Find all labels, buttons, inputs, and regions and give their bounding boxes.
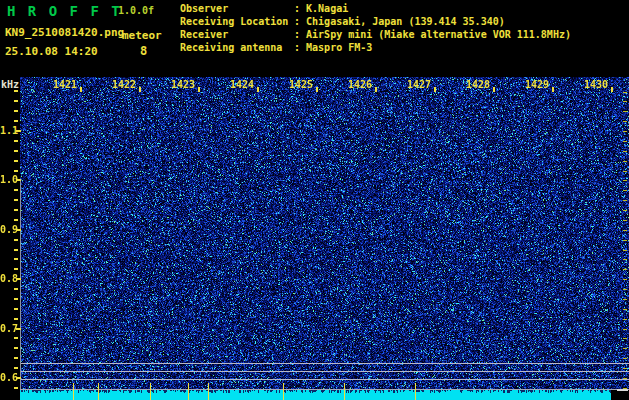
observer-info-block: Observer: K.NagaiReceiving Location: Chi… bbox=[180, 2, 571, 54]
time-tick-label: 1421 bbox=[53, 79, 77, 90]
freq-major-tick bbox=[16, 130, 21, 132]
info-value: AirSpy mini (Miake alternative VOR 111.8… bbox=[306, 29, 571, 40]
info-value: K.Nagai bbox=[306, 3, 348, 14]
info-row: Observer: K.Nagai bbox=[180, 2, 571, 15]
freq-minor-tick bbox=[14, 288, 18, 290]
time-tick-label: 1422 bbox=[112, 79, 136, 90]
freq-major-tick bbox=[16, 377, 21, 379]
time-tick-label: 1429 bbox=[525, 79, 549, 90]
info-separator: : bbox=[294, 16, 306, 27]
freq-minor-tick bbox=[14, 199, 18, 201]
freq-minor-tick bbox=[14, 209, 18, 211]
freq-minor-tick bbox=[14, 160, 18, 162]
info-label: Receiver bbox=[180, 28, 294, 41]
freq-major-tick bbox=[16, 328, 21, 330]
freq-minor-tick bbox=[14, 239, 18, 241]
freq-tick-label: 0.7 bbox=[0, 323, 16, 334]
freq-major-tick bbox=[16, 278, 21, 280]
time-tick-label: 1426 bbox=[348, 79, 372, 90]
app-version: 1.0.0f bbox=[118, 5, 154, 16]
freq-minor-tick bbox=[14, 337, 18, 339]
freq-minor-tick bbox=[14, 170, 18, 172]
info-label: Receiving Location bbox=[180, 15, 294, 28]
freq-tick-label: 1.1 bbox=[0, 125, 16, 136]
freq-major-tick bbox=[16, 229, 21, 231]
info-label: Receiving antenna bbox=[180, 41, 294, 54]
time-tick-label: 1425 bbox=[289, 79, 313, 90]
freq-minor-tick bbox=[14, 357, 18, 359]
freq-minor-tick bbox=[14, 249, 18, 251]
info-label: Observer bbox=[180, 2, 294, 15]
output-filename: KN9_2510081420.png bbox=[5, 26, 124, 39]
time-tick-label: 1428 bbox=[466, 79, 490, 90]
freq-minor-tick bbox=[14, 367, 18, 369]
info-row: Receiving Location: Chigasaki, Japan (13… bbox=[180, 15, 571, 28]
freq-minor-tick bbox=[14, 268, 18, 270]
freq-minor-tick bbox=[14, 90, 18, 92]
freq-tick-label: 1.0 bbox=[0, 174, 16, 185]
freq-minor-tick bbox=[14, 100, 18, 102]
info-value: Maspro FM-3 bbox=[306, 42, 372, 53]
info-value: Chigasaki, Japan (139.414 35.340) bbox=[306, 16, 505, 27]
info-row: Receiver: AirSpy mini (Miake alternative… bbox=[180, 28, 571, 41]
freq-minor-tick bbox=[14, 387, 18, 389]
hrofft-window: H R O F F T 1.0.0f KN9_2510081420.png me… bbox=[0, 0, 629, 400]
meteor-counter-label: meteor bbox=[122, 29, 162, 42]
freq-minor-tick bbox=[14, 347, 18, 349]
freq-tick-label: 0.8 bbox=[0, 273, 16, 284]
freq-axis-unit: kHz bbox=[1, 79, 19, 90]
info-row: Receiving antenna: Maspro FM-3 bbox=[180, 41, 571, 54]
freq-minor-tick bbox=[14, 308, 18, 310]
freq-tick-label: 0.9 bbox=[0, 224, 16, 235]
freq-major-tick bbox=[16, 179, 21, 181]
info-separator: : bbox=[294, 42, 306, 53]
freq-minor-tick bbox=[14, 110, 18, 112]
spectrogram-canvas bbox=[20, 77, 629, 400]
freq-minor-tick bbox=[14, 258, 18, 260]
time-tick-label: 1423 bbox=[171, 79, 195, 90]
info-separator: : bbox=[294, 3, 306, 14]
freq-minor-tick bbox=[14, 298, 18, 300]
freq-minor-tick bbox=[14, 150, 18, 152]
freq-minor-tick bbox=[14, 318, 18, 320]
freq-minor-tick bbox=[14, 219, 18, 221]
freq-tick-label: 0.6 bbox=[0, 372, 16, 383]
app-title: H R O F F T bbox=[7, 3, 122, 19]
time-tick-label: 1430 bbox=[584, 79, 608, 90]
freq-minor-tick bbox=[14, 189, 18, 191]
info-separator: : bbox=[294, 29, 306, 40]
freq-minor-tick bbox=[14, 140, 18, 142]
record-datetime: 25.10.08 14:20 bbox=[5, 45, 98, 58]
time-tick-label: 1424 bbox=[230, 79, 254, 90]
meteor-counter-value: 8 bbox=[140, 44, 147, 58]
time-tick-label: 1427 bbox=[407, 79, 431, 90]
freq-minor-tick bbox=[14, 120, 18, 122]
